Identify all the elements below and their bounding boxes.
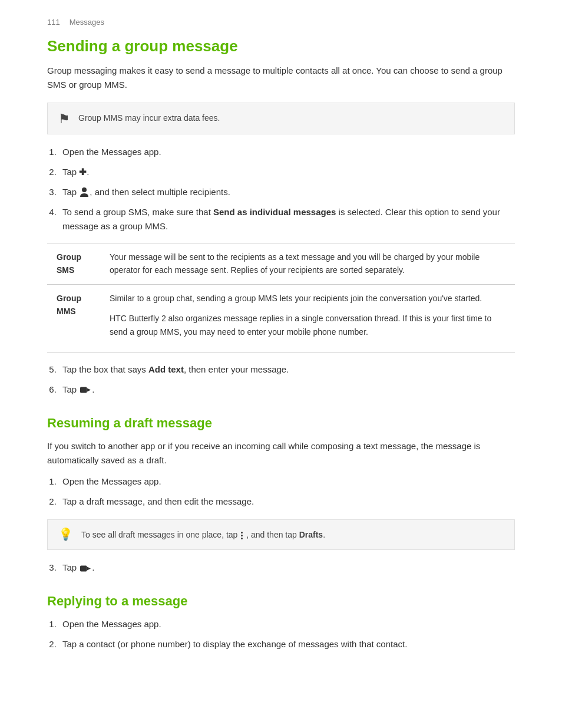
step-3-text: Tap , and then select multiple recipient…	[62, 187, 230, 197]
step-rp1-text: Open the Messages app.	[62, 619, 161, 629]
page-header: 111 Messages	[47, 18, 515, 27]
steps-list-resuming-cont: Tap .	[59, 561, 515, 575]
tip-box-drafts: 💡 To see all draft messages in one place…	[47, 519, 515, 550]
send-icon-step-r3	[80, 564, 91, 573]
step-4-text: To send a group SMS, make sure that Send…	[62, 207, 500, 231]
group-mms-desc-1: Similar to a group chat, sending a group…	[110, 292, 505, 305]
steps-list-sending-cont: Tap the box that says Add text, then ent…	[59, 363, 515, 397]
group-sms-label: Group SMS	[47, 243, 100, 285]
steps-list-sending: Open the Messages app. Tap ✚. Tap , and …	[59, 145, 515, 233]
step-r1: Open the Messages app.	[59, 475, 515, 489]
step-2-text: Tap ✚.	[62, 167, 90, 177]
group-sms-mms-table: Group SMS Your message will be sent to t…	[47, 243, 515, 353]
step-5: Tap the box that says Add text, then ent…	[59, 363, 515, 377]
section-title-replying: Replying to a message	[47, 594, 515, 609]
send-icon-step6	[80, 386, 91, 394]
svg-marker-4	[87, 566, 91, 571]
steps-list-replying: Open the Messages app. Tap a contact (or…	[59, 617, 515, 651]
section-sending-group-message: Sending a group message Group messaging …	[47, 37, 515, 397]
step-3: Tap , and then select multiple recipient…	[59, 185, 515, 199]
step-rp1: Open the Messages app.	[59, 617, 515, 631]
note-box-mms: ⚑ Group MMS may incur extra data fees.	[47, 103, 515, 134]
step-rp2-text: Tap a contact (or phone number) to displ…	[62, 639, 407, 649]
table-row-group-sms: Group SMS Your message will be sent to t…	[47, 243, 515, 285]
svg-marker-2	[87, 388, 91, 393]
note-text: Group MMS may incur extra data fees.	[78, 111, 220, 124]
person-icon	[79, 187, 90, 197]
section-intro: Group messaging makes it easy to send a …	[47, 64, 515, 92]
section-title-sending: Sending a group message	[47, 37, 515, 55]
svg-point-0	[82, 187, 87, 192]
send-individual-label: Send as individual messages	[213, 207, 336, 217]
table-row-group-mms: Group MMS Similar to a group chat, sendi…	[47, 284, 515, 353]
step-r3-text: Tap .	[62, 562, 95, 572]
step-6-text: Tap .	[62, 384, 95, 394]
drafts-label: Drafts	[299, 530, 323, 539]
section-title-resuming: Resuming a draft message	[47, 416, 515, 431]
step-5-text: Tap the box that says Add text, then ent…	[62, 364, 289, 374]
step-rp2: Tap a contact (or phone number) to displ…	[59, 637, 515, 651]
svg-rect-1	[80, 387, 87, 393]
step-2: Tap ✚.	[59, 165, 515, 179]
step-1: Open the Messages app.	[59, 145, 515, 159]
step-r1-text: Open the Messages app.	[62, 476, 161, 486]
section-label: Messages	[70, 18, 104, 27]
group-mms-desc-2: HTC Butterfly 2 also organizes message r…	[110, 312, 505, 338]
add-text-label: Add text	[148, 364, 184, 374]
group-mms-description: Similar to a group chat, sending a group…	[100, 284, 515, 353]
step-r2: Tap a draft message, and then edit the m…	[59, 495, 515, 509]
page-number: 111	[47, 18, 60, 27]
steps-list-resuming: Open the Messages app. Tap a draft messa…	[59, 475, 515, 509]
step-r2-text: Tap a draft message, and then edit the m…	[62, 496, 254, 506]
group-mms-label: Group MMS	[47, 284, 100, 353]
group-sms-description: Your message will be sent to the recipie…	[100, 243, 515, 285]
step-4: To send a group SMS, make sure that Send…	[59, 205, 515, 233]
step-r3: Tap .	[59, 561, 515, 575]
plus-icon-text: ✚	[79, 167, 87, 177]
section-resuming-draft: Resuming a draft message If you switch t…	[47, 416, 515, 575]
step-1-text: Open the Messages app.	[62, 147, 161, 157]
flag-icon: ⚑	[58, 113, 70, 126]
three-dot-icon	[240, 530, 246, 539]
tip-text: To see all draft messages in one place, …	[81, 528, 325, 541]
step-6: Tap .	[59, 383, 515, 397]
svg-rect-3	[80, 565, 87, 571]
bulb-icon: 💡	[58, 528, 73, 540]
section-replying-message: Replying to a message Open the Messages …	[47, 594, 515, 651]
section2-intro: If you switch to another app or if you r…	[47, 439, 515, 467]
